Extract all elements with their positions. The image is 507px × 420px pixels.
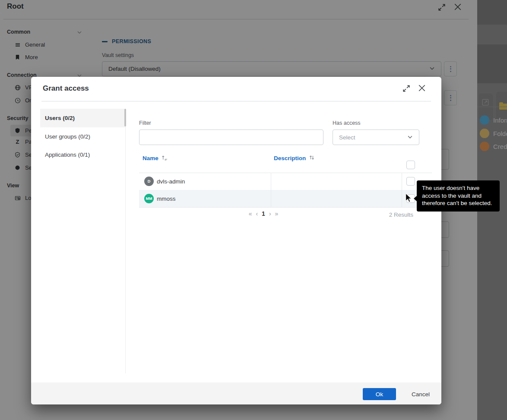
sort-ascending-icon xyxy=(162,155,168,162)
tooltip: The user doesn't have access to the vaul… xyxy=(417,180,500,212)
table-border xyxy=(139,207,432,208)
chevron-down-icon xyxy=(407,134,413,141)
scrollbar-thumb[interactable] xyxy=(124,109,126,126)
column-divider xyxy=(402,173,402,207)
tab-panel-border xyxy=(125,109,126,373)
avatar: D xyxy=(144,177,154,186)
table-row-dvls-admin[interactable]: D dvls-admin xyxy=(139,173,432,190)
tab-user-groups[interactable]: User groups (0/2) xyxy=(40,127,125,145)
modal-footer: Ok Cancel xyxy=(31,382,441,404)
close-icon[interactable] xyxy=(418,84,426,92)
select-all-checkbox[interactable] xyxy=(406,161,415,169)
user-name: dvls-admin xyxy=(157,178,185,185)
user-name: mmoss xyxy=(157,196,176,202)
divider xyxy=(41,101,431,101)
grant-access-modal: Grant access Users (0/2) User groups (0/… xyxy=(31,77,441,404)
sort-both-icon xyxy=(309,155,315,162)
row-checkbox-dvls-admin[interactable] xyxy=(406,177,415,186)
pagination: « ‹ 1 › » xyxy=(238,210,289,217)
mouse-cursor xyxy=(405,193,412,205)
column-divider xyxy=(271,173,271,207)
tab-applications[interactable]: Applications (0/1) xyxy=(40,145,125,164)
expand-icon[interactable] xyxy=(402,85,410,92)
tab-users[interactable]: Users (0/2) xyxy=(40,109,125,127)
current-page[interactable]: 1 xyxy=(262,210,265,217)
filter-input[interactable] xyxy=(139,129,323,145)
column-header-name[interactable]: Name xyxy=(143,155,168,162)
results-count: 2 Results xyxy=(379,212,413,218)
last-page-button[interactable]: » xyxy=(275,210,279,217)
first-page-button[interactable]: « xyxy=(249,210,252,217)
screen: Information Folders Credentials Root Com… xyxy=(0,0,507,420)
table-row-mmoss[interactable]: MM mmoss xyxy=(139,190,432,207)
next-page-button[interactable]: › xyxy=(269,210,271,217)
cancel-button[interactable]: Cancel xyxy=(403,388,438,400)
ok-button[interactable]: Ok xyxy=(363,388,396,400)
filter-label: Filter xyxy=(139,120,151,126)
modal-title: Grant access xyxy=(43,84,89,93)
prev-page-button[interactable]: ‹ xyxy=(256,210,258,217)
has-access-select[interactable]: Select xyxy=(333,129,419,145)
column-header-description[interactable]: Description xyxy=(274,155,315,162)
has-access-label: Has access xyxy=(333,120,361,126)
avatar: MM xyxy=(144,194,154,203)
